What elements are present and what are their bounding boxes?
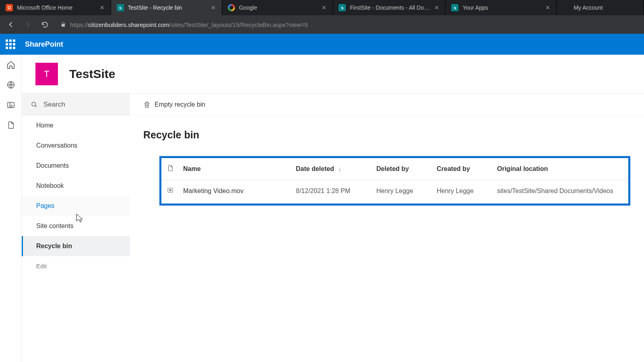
table-row[interactable]: Marketing Video.mov 8/12/2021 1:28 PM He… [161, 180, 628, 202]
browser-tab-myaccount[interactable]: My Account [557, 0, 644, 15]
column-name[interactable]: Name [179, 158, 292, 180]
nav-item-pages[interactable]: Pages [22, 196, 130, 216]
column-label: Created by [437, 165, 470, 172]
empty-recycle-bin-label: Empty recycle bin [155, 101, 205, 108]
column-created-by[interactable]: Created by [433, 158, 493, 180]
reload-button[interactable] [38, 18, 52, 31]
search-placeholder: Search [43, 101, 65, 109]
globe-icon[interactable] [6, 80, 15, 89]
news-icon[interactable] [6, 101, 15, 109]
empty-recycle-bin-button[interactable]: Empty recycle bin [143, 101, 205, 108]
browser-tab-yourapps[interactable]: s Your Apps ✕ [446, 0, 557, 15]
suite-brand[interactable]: SharePoint [25, 40, 63, 49]
cell-created-by: Henry Legge [433, 180, 493, 202]
nav-label: Home [36, 122, 54, 129]
nav-item-home[interactable]: Home [22, 115, 130, 136]
nav-label: Documents [36, 162, 69, 169]
sharepoint-icon: s [339, 4, 346, 11]
sort-descending-icon: ↓ [339, 166, 341, 172]
nav-item-notebook[interactable]: Notebook [22, 176, 130, 196]
column-date-deleted[interactable]: Date deleted ↓ [292, 158, 372, 180]
files-icon[interactable] [6, 121, 15, 130]
tab-title: Microsoft Office Home [17, 4, 95, 11]
nav-item-recycle-bin[interactable]: Recycle bin [22, 236, 130, 256]
url-text: https://citizenbuilders.sharepoint.com/s… [70, 21, 308, 28]
site-header: T TestSite [22, 55, 644, 93]
forward-button[interactable] [21, 18, 35, 31]
lock-icon [60, 22, 66, 27]
nav-label: Site contents [36, 222, 74, 230]
trash-icon [143, 101, 151, 108]
column-label: Date deleted [296, 165, 334, 172]
video-file-icon [167, 187, 174, 194]
left-nav: Search Home Conversations Documents Note… [22, 93, 130, 362]
site-area: T TestSite Search Home Conversations Doc… [22, 55, 644, 362]
nav-label: Notebook [36, 182, 64, 189]
suite-header: SharePoint [0, 34, 644, 55]
nav-item-documents[interactable]: Documents [22, 156, 130, 176]
browser-tab-strip: O Microsoft Office Home ✕ s TestSite - R… [0, 0, 644, 15]
column-file-icon[interactable] [161, 158, 179, 180]
recycle-bin-table-highlight: Name Date deleted ↓ Deleted by Created b… [159, 156, 630, 206]
office-icon: O [6, 4, 13, 11]
nav-item-conversations[interactable]: Conversations [22, 136, 130, 156]
close-icon[interactable]: ✕ [321, 5, 327, 10]
site-content: Search Home Conversations Documents Note… [22, 93, 644, 362]
search-icon [31, 101, 38, 108]
google-icon [228, 4, 235, 11]
tab-title: TestSite - Recycle bin [128, 4, 206, 11]
page-title: Recycle bin [130, 115, 644, 149]
search-input[interactable]: Search [22, 94, 130, 115]
sharepoint-icon: s [117, 4, 124, 11]
close-icon[interactable]: ✕ [211, 5, 216, 10]
cell-deleted-by: Henry Legge [372, 180, 433, 202]
close-icon[interactable]: ✕ [434, 5, 440, 10]
back-button[interactable] [4, 18, 18, 31]
main-area: Empty recycle bin Recycle bin Name [130, 93, 644, 362]
file-icon [167, 165, 174, 172]
app-body: T TestSite Search Home Conversations Doc… [0, 55, 644, 362]
recycle-bin-table: Name Date deleted ↓ Deleted by Created b… [161, 158, 628, 202]
tab-title: Your Apps [462, 4, 541, 11]
site-logo[interactable]: T [35, 63, 58, 85]
command-bar: Empty recycle bin [130, 94, 644, 115]
cell-date-deleted: 8/12/2021 1:28 PM [292, 180, 372, 202]
close-icon[interactable]: ✕ [99, 5, 105, 10]
sharepoint-icon: s [451, 4, 458, 11]
address-bar[interactable]: https://citizenbuilders.sharepoint.com/s… [55, 18, 640, 31]
table-header-row: Name Date deleted ↓ Deleted by Created b… [161, 158, 628, 180]
column-label: Name [183, 165, 201, 172]
column-label: Original location [497, 165, 548, 172]
column-deleted-by[interactable]: Deleted by [372, 158, 433, 180]
browser-tab-testsite[interactable]: s TestSite - Recycle bin ✕ [111, 0, 222, 15]
row-file-icon [161, 180, 179, 202]
nav-label: Recycle bin [36, 243, 72, 250]
svg-point-2 [32, 102, 36, 106]
cell-original-location: sites/TestSite/Shared Documents/Videos [493, 180, 628, 202]
tab-title: Google [239, 4, 318, 11]
browser-tab-office[interactable]: O Microsoft Office Home ✕ [0, 0, 111, 15]
column-original-location[interactable]: Original location [493, 158, 628, 180]
nav-label: Pages [36, 202, 54, 210]
nav-item-site-contents[interactable]: Site contents [22, 216, 130, 236]
column-label: Deleted by [376, 165, 409, 172]
cell-name: Marketing Video.mov [179, 180, 292, 202]
browser-tab-firstsite[interactable]: s FirstSite - Documents - All Docu… ✕ [333, 0, 446, 15]
close-icon[interactable]: ✕ [545, 5, 551, 10]
home-icon[interactable] [6, 60, 15, 69]
nav-edit-link[interactable]: Edit [22, 256, 130, 276]
tab-title: My Account [574, 4, 638, 11]
app-launcher-icon[interactable] [3, 37, 18, 51]
nav-label: Conversations [36, 142, 77, 149]
microsoft-icon [562, 4, 570, 11]
browser-tab-google[interactable]: Google ✕ [222, 0, 333, 15]
browser-toolbar: https://citizenbuilders.sharepoint.com/s… [0, 15, 644, 34]
tab-title: FirstSite - Documents - All Docu… [350, 4, 430, 11]
site-title[interactable]: TestSite [69, 67, 115, 81]
app-rail [0, 55, 22, 362]
